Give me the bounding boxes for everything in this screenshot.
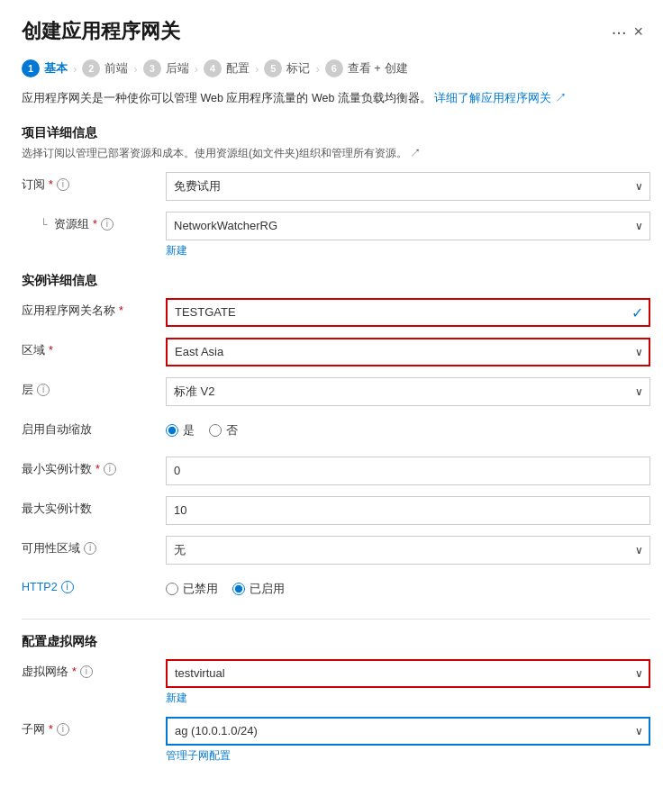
max-instance-input[interactable] (166, 496, 650, 525)
network-section-title: 配置虚拟网络 (22, 634, 650, 650)
availability-zone-info-icon: i (84, 542, 96, 555)
resource-group-label: └ 资源组 * i (40, 212, 166, 232)
resource-group-control: NetworkWatcherRG ∨ 新建 (166, 212, 650, 258)
subnet-row: 子网 * i ag (10.0.1.0/24) ∨ 管理子网配置 (22, 717, 650, 764)
availability-zone-label: 可用性区域 i (22, 536, 166, 556)
step-3[interactable]: 3 后端 (143, 59, 189, 77)
resource-group-row: └ 资源组 * i NetworkWatcherRG ∨ 新建 (22, 212, 650, 258)
step-4[interactable]: 4 配置 (204, 59, 250, 77)
subscription-select[interactable]: 免费试用 (166, 172, 650, 201)
create-dialog: 创建应用程序网关 ··· × 1 基本 › 2 前端 › 3 后端 › 4 配置… (0, 0, 672, 796)
step-2-num: 2 (82, 59, 100, 77)
step-4-num: 4 (204, 59, 222, 77)
tier-label: 层 i (22, 377, 166, 398)
subnet-select[interactable]: ag (10.0.1.0/24) (166, 717, 650, 746)
min-instance-input[interactable] (166, 457, 650, 485)
subscription-select-wrap: 免费试用 ∨ (166, 172, 650, 201)
gateway-name-input[interactable] (166, 298, 650, 327)
step-2[interactable]: 2 前端 (82, 59, 128, 77)
subnet-label: 子网 * i (22, 717, 166, 737)
tier-control: 标准 V2 ∨ (166, 377, 650, 406)
step-5-label: 标记 (286, 60, 310, 77)
http2-disabled-option[interactable]: 已禁用 (166, 581, 218, 597)
project-section-title: 项目详细信息 (22, 125, 650, 141)
subnet-info-icon: i (57, 723, 69, 736)
region-row: 区域 * East Asia ∨ (22, 338, 650, 366)
step-5[interactable]: 5 标记 (264, 59, 310, 77)
subnet-manage-link[interactable]: 管理子网配置 (166, 748, 650, 764)
tier-info-icon: i (37, 384, 50, 396)
availability-zone-row: 可用性区域 i 无 ∨ (22, 536, 650, 565)
min-instance-control (166, 457, 650, 485)
min-instance-row: 最小实例计数 * i (22, 457, 650, 485)
step-6[interactable]: 6 查看 + 创建 (325, 59, 408, 77)
availability-zone-control: 无 ∨ (166, 536, 650, 565)
http2-info-icon: i (61, 581, 74, 593)
dialog-dots: ··· (606, 22, 627, 42)
http2-control: 已禁用 已启用 (166, 575, 650, 597)
min-instance-info-icon: i (104, 463, 116, 475)
region-label: 区域 * (22, 338, 166, 358)
resource-group-select-wrap: NetworkWatcherRG ∨ (166, 212, 650, 240)
divider (22, 619, 650, 620)
vnet-label: 虚拟网络 * i (22, 659, 166, 680)
resource-group-info-icon: i (101, 218, 114, 231)
description: 应用程序网关是一种使你可以管理 Web 应用程序流量的 Web 流量负载均衡器。… (22, 90, 650, 107)
vnet-select-wrap: testvirtual ∨ (166, 659, 650, 688)
step-3-num: 3 (143, 59, 161, 77)
autoscale-radio-group: 是 否 (166, 417, 650, 439)
autoscale-no-option[interactable]: 否 (209, 422, 238, 439)
vnet-info-icon: i (80, 665, 93, 678)
http2-enabled-radio[interactable] (232, 583, 245, 595)
autoscale-yes-radio[interactable] (166, 424, 178, 437)
region-select[interactable]: East Asia (166, 338, 650, 366)
step-1[interactable]: 1 基本 (22, 59, 68, 77)
autoscale-yes-option[interactable]: 是 (166, 422, 195, 439)
step-6-label: 查看 + 创建 (348, 60, 408, 77)
vnet-row: 虚拟网络 * i testvirtual ∨ 新建 (22, 659, 650, 706)
region-select-wrap: East Asia ∨ (166, 338, 650, 366)
max-instance-row: 最大实例计数 (22, 496, 650, 525)
subnet-select-wrap: ag (10.0.1.0/24) ∨ (166, 717, 650, 746)
learn-more-link[interactable]: 详细了解应用程序网关 ↗ (434, 92, 566, 104)
subscription-label: 订阅 * i (22, 172, 166, 193)
step-6-num: 6 (325, 59, 343, 77)
step-3-label: 后端 (166, 60, 189, 77)
gateway-name-row: 应用程序网关名称 * ✓ (22, 298, 650, 327)
dialog-header: 创建应用程序网关 ··· × (22, 18, 650, 45)
instance-section-title: 实例详细信息 (22, 273, 650, 289)
steps-bar: 1 基本 › 2 前端 › 3 后端 › 4 配置 › 5 标记 › 6 查看 … (22, 59, 650, 77)
http2-label: HTTP2 i (22, 575, 166, 593)
resource-group-new-link[interactable]: 新建 (166, 243, 650, 258)
tier-select[interactable]: 标准 V2 (166, 377, 650, 406)
resource-group-select[interactable]: NetworkWatcherRG (166, 212, 650, 240)
min-instance-label: 最小实例计数 * i (22, 457, 166, 477)
availability-zone-select-wrap: 无 ∨ (166, 536, 650, 565)
subscription-control: 免费试用 ∨ (166, 172, 650, 201)
vnet-control: testvirtual ∨ 新建 (166, 659, 650, 706)
step-1-num: 1 (22, 59, 40, 77)
region-control: East Asia ∨ (166, 338, 650, 366)
availability-zone-select[interactable]: 无 (166, 536, 650, 565)
autoscale-label: 启用自动缩放 (22, 417, 166, 438)
http2-disabled-radio[interactable] (166, 583, 178, 595)
autoscale-no-radio[interactable] (209, 424, 222, 437)
tier-row: 层 i 标准 V2 ∨ (22, 377, 650, 406)
http2-radio-group: 已禁用 已启用 (166, 575, 650, 597)
close-button[interactable]: × (626, 20, 650, 43)
vnet-select[interactable]: testvirtual (166, 659, 650, 688)
step-1-label: 基本 (44, 60, 68, 77)
checkmark-icon: ✓ (631, 303, 643, 321)
step-4-label: 配置 (226, 60, 250, 77)
dialog-title: 创建应用程序网关 (22, 18, 597, 45)
gateway-name-label: 应用程序网关名称 * (22, 298, 166, 319)
max-instance-control (166, 496, 650, 525)
http2-enabled-option[interactable]: 已启用 (232, 581, 285, 597)
vnet-new-link[interactable]: 新建 (166, 691, 650, 706)
tier-select-wrap: 标准 V2 ∨ (166, 377, 650, 406)
autoscale-row: 启用自动缩放 是 否 (22, 417, 650, 446)
project-section-subtitle: 选择订阅以管理已部署资源和成本。使用资源组(如文件夹)组织和管理所有资源。 ↗ (22, 145, 650, 161)
max-instance-label: 最大实例计数 (22, 496, 166, 517)
gateway-name-control: ✓ (166, 298, 650, 327)
subnet-control: ag (10.0.1.0/24) ∨ 管理子网配置 (166, 717, 650, 764)
